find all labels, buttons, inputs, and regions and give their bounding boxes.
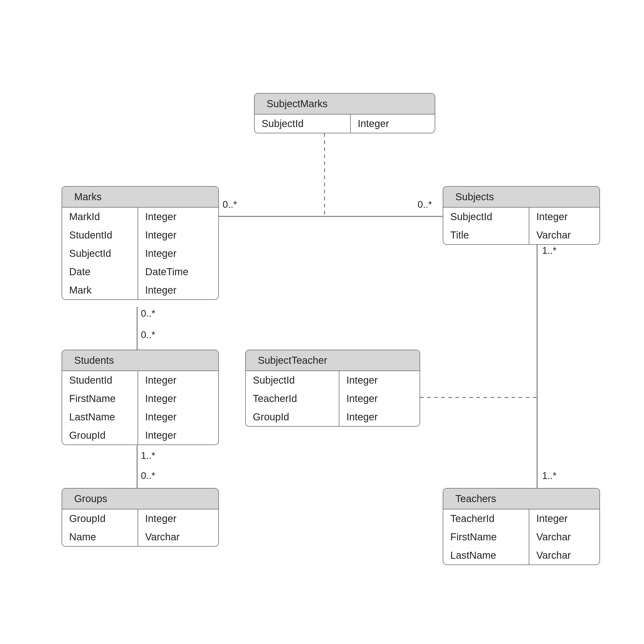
mult-subjects-bottom: 1..* bbox=[542, 245, 556, 256]
attr-name: TeacherId bbox=[246, 389, 339, 408]
mult-teachers-top: 1..* bbox=[542, 470, 556, 481]
attr-type: Integer bbox=[529, 509, 599, 528]
attr-type: Integer bbox=[138, 408, 218, 426]
entity-teachers: Teachers TeacherId FirstName LastName In… bbox=[443, 488, 600, 565]
attr-type: Integer bbox=[339, 389, 420, 408]
attr-type: Integer bbox=[138, 371, 218, 389]
attr-type: Varchar bbox=[529, 226, 599, 244]
entity-subjects: Subjects SubjectId Title Integer Varchar bbox=[443, 186, 600, 245]
entity-subjectmarks: SubjectMarks SubjectId Integer bbox=[254, 93, 435, 133]
mult-marks-right: 0..* bbox=[223, 199, 237, 210]
mult-students-bottom: 1..* bbox=[141, 450, 155, 461]
attr-name: GroupId bbox=[62, 426, 138, 445]
entity-title: SubjectMarks bbox=[255, 94, 435, 114]
attr-type: Integer bbox=[339, 408, 420, 426]
mult-students-top: 0..* bbox=[141, 330, 155, 340]
mult-subjects-left: 0..* bbox=[418, 199, 432, 210]
entity-title: Groups bbox=[62, 489, 218, 509]
entity-title: Teachers bbox=[443, 489, 599, 509]
attr-name: StudentId bbox=[62, 371, 138, 389]
attr-name: LastName bbox=[62, 408, 138, 426]
attr-type: Integer bbox=[138, 509, 218, 528]
entity-title: Marks bbox=[62, 187, 218, 208]
attr-name: TeacherId bbox=[443, 509, 529, 528]
mult-marks-bottom: 0..* bbox=[141, 308, 155, 319]
attr-name: LastName bbox=[443, 546, 529, 565]
attr-name: Title bbox=[443, 226, 529, 244]
attr-name: GroupId bbox=[246, 408, 339, 426]
entity-subjectteacher: SubjectTeacher SubjectId TeacherId Group… bbox=[245, 350, 420, 427]
attr-type: DateTime bbox=[138, 263, 218, 281]
attr-name: SubjectId bbox=[255, 114, 350, 133]
attr-type: Integer bbox=[351, 114, 435, 133]
attr-name: MarkId bbox=[62, 208, 138, 226]
attr-type: Integer bbox=[138, 389, 218, 408]
attr-type: Integer bbox=[138, 208, 218, 226]
er-diagram-canvas: SubjectMarks SubjectId Integer Marks Mar… bbox=[0, 0, 644, 644]
attr-name: Mark bbox=[62, 281, 138, 299]
attr-name: SubjectId bbox=[443, 208, 529, 226]
attr-name: StudentId bbox=[62, 226, 138, 244]
attr-type: Integer bbox=[138, 226, 218, 244]
attr-type: Integer bbox=[138, 244, 218, 263]
attr-type: Integer bbox=[339, 371, 420, 389]
attr-name: SubjectId bbox=[62, 244, 138, 263]
attr-type: Integer bbox=[138, 281, 218, 299]
attr-type: Integer bbox=[529, 208, 599, 226]
attr-name: FirstName bbox=[62, 389, 138, 408]
attr-type: Varchar bbox=[138, 528, 218, 546]
entity-title: Students bbox=[62, 350, 218, 371]
entity-title: Subjects bbox=[443, 187, 599, 208]
entity-title: SubjectTeacher bbox=[246, 350, 420, 371]
attr-type: Varchar bbox=[529, 546, 599, 565]
attr-name: Date bbox=[62, 263, 138, 281]
attr-name: Name bbox=[62, 528, 138, 546]
attr-name: FirstName bbox=[443, 528, 529, 546]
entity-students: Students StudentId FirstName LastName Gr… bbox=[62, 350, 219, 445]
attr-name: GroupId bbox=[62, 509, 138, 528]
attr-type: Varchar bbox=[529, 528, 599, 546]
attr-type: Integer bbox=[138, 426, 218, 445]
mult-groups-top: 0..* bbox=[141, 470, 155, 481]
entity-groups: Groups GroupId Name Integer Varchar bbox=[62, 488, 219, 547]
attr-name: SubjectId bbox=[246, 371, 339, 389]
entity-marks: Marks MarkId StudentId SubjectId Date Ma… bbox=[62, 186, 219, 300]
